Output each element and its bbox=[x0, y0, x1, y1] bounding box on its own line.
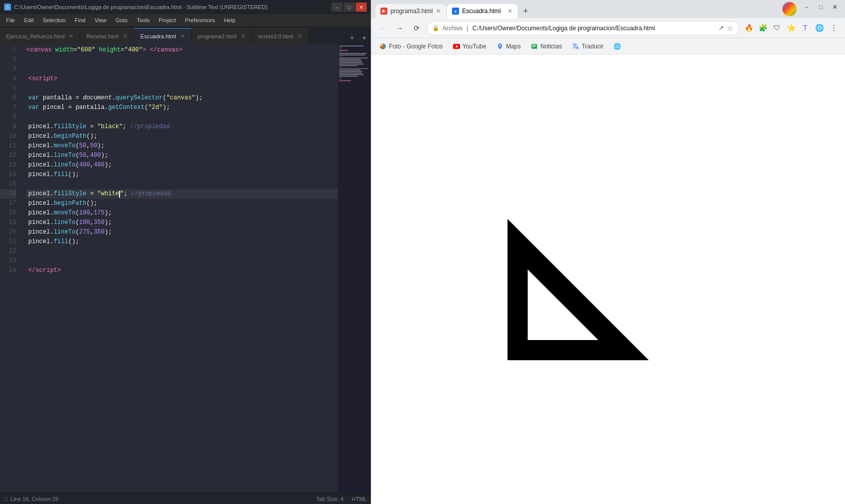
tab-escuadra[interactable]: Escuadra.html ✕ bbox=[134, 28, 191, 43]
app-icon: S bbox=[4, 4, 11, 11]
tab-programa3[interactable]: programa3.html ✕ bbox=[192, 28, 252, 43]
menu-goto[interactable]: Goto bbox=[111, 16, 132, 24]
chrome-tab-label: programa3.html bbox=[390, 8, 433, 15]
chrome-tabs: programa3.html ✕ e Escuadra.html ✕ + bbox=[375, 0, 533, 18]
tab-recetas[interactable]: Recetas.html ✕ bbox=[80, 28, 134, 43]
noticias-icon bbox=[531, 43, 538, 50]
status-line-col: Line 16, Column 26 bbox=[11, 496, 59, 502]
menu-help[interactable]: Help bbox=[220, 16, 240, 24]
chrome-profile-avatar[interactable] bbox=[782, 2, 797, 16]
status-bar: □ Line 16, Column 26 Tab Size: 4 HTML bbox=[0, 493, 371, 504]
bookmark-globe[interactable]: 🌐 bbox=[609, 40, 625, 52]
menu-file[interactable]: File bbox=[2, 16, 19, 24]
address-bar[interactable]: 🔒 Archivo | C:/Users/Owner/Documents/Log… bbox=[427, 21, 739, 35]
chrome-menu-button[interactable]: ⋮ bbox=[827, 21, 841, 35]
tab-close-active-icon[interactable]: ✕ bbox=[180, 33, 185, 40]
globe-icon-button[interactable]: 🌐 bbox=[813, 21, 826, 34]
menu-selection[interactable]: Selection bbox=[39, 16, 70, 24]
code-line-2 bbox=[26, 55, 338, 65]
shield-button[interactable]: 🛡 bbox=[770, 21, 783, 34]
address-text: C:/Users/Owner/Documents/Logiga de progr… bbox=[472, 25, 715, 32]
editor-area[interactable]: 12345 678910 1112131415 16 1718192021 22… bbox=[0, 43, 371, 493]
chrome-minimize-button[interactable]: – bbox=[801, 2, 813, 12]
tab-close-icon[interactable]: ✕ bbox=[297, 33, 302, 40]
chrome-title-bar: programa3.html ✕ e Escuadra.html ✕ + – □… bbox=[371, 0, 845, 18]
bookmark-youtube[interactable]: YouTube bbox=[449, 40, 490, 52]
code-line-4: <script> bbox=[26, 74, 338, 84]
back-button[interactable]: ← bbox=[375, 21, 389, 35]
code-line-8 bbox=[26, 113, 338, 122]
menu-preferences[interactable]: Preferences bbox=[181, 16, 219, 24]
firefox-ext-button[interactable]: 🔥 bbox=[742, 21, 755, 34]
menu-find[interactable]: Find bbox=[71, 16, 89, 24]
code-line-3 bbox=[26, 65, 338, 74]
menu-view[interactable]: View bbox=[90, 16, 110, 24]
code-line-10: pincel . beginPath (); bbox=[26, 132, 338, 141]
address-protocol: Archivo bbox=[442, 25, 463, 32]
code-line-24: </script> bbox=[26, 266, 338, 275]
code-line-23 bbox=[26, 256, 338, 266]
svg-rect-5 bbox=[532, 45, 536, 45]
bookmark-button[interactable]: ⭐ bbox=[784, 21, 798, 34]
code-line-7: var pincel = pantalla . getContext ( "2d… bbox=[26, 103, 338, 113]
bookmark-star-icon[interactable]: ☆ bbox=[727, 24, 734, 32]
chrome-close-button[interactable]: ✕ bbox=[829, 2, 841, 12]
status-tab-size: Tab Size: 4 bbox=[316, 496, 344, 502]
chrome-new-tab-button[interactable]: + bbox=[519, 4, 533, 18]
chrome-tab-close-active-icon[interactable]: ✕ bbox=[508, 8, 513, 15]
tab-ecreto3[interactable]: ecreto3.0.html ✕ bbox=[252, 28, 309, 43]
globe-bookmark-icon: 🌐 bbox=[613, 43, 621, 50]
bookmark-label: Maps bbox=[506, 43, 521, 50]
close-button[interactable]: ✕ bbox=[356, 3, 367, 12]
tab-label: Recetas.html bbox=[86, 33, 119, 39]
chrome-tab-close-icon[interactable]: ✕ bbox=[436, 8, 441, 15]
bookmark-label: Traducir bbox=[582, 43, 604, 50]
bookmark-google-fotos[interactable]: Foto - Google Fotos bbox=[375, 40, 447, 52]
reload-button[interactable]: ⟳ bbox=[410, 21, 424, 35]
chrome-tab-programa3[interactable]: programa3.html ✕ bbox=[375, 4, 446, 18]
tab-close-icon[interactable]: ✕ bbox=[69, 33, 74, 40]
google-photos-icon bbox=[379, 43, 386, 50]
menu-tools[interactable]: Tools bbox=[133, 16, 154, 24]
code-editor[interactable]: <canvas width="600" height="400" > </can… bbox=[20, 43, 338, 493]
sublime-editor: S C:\Users\Owner\Documents\Logiga de pro… bbox=[0, 0, 371, 504]
window-title: C:\Users\Owner\Documents\Logiga de progr… bbox=[14, 4, 267, 10]
menu-project[interactable]: Project bbox=[155, 16, 180, 24]
bookmark-traducir[interactable]: Traducir bbox=[568, 40, 608, 52]
youtube-icon bbox=[453, 43, 460, 50]
bookmark-maps[interactable]: Maps bbox=[492, 40, 525, 52]
tab-label: programa3.html bbox=[198, 33, 237, 39]
tab-close-icon[interactable]: ✕ bbox=[241, 33, 246, 40]
chrome-tab-favicon bbox=[380, 8, 387, 15]
translate-ext-button[interactable]: T bbox=[799, 21, 812, 34]
escuadra-svg bbox=[487, 184, 729, 375]
code-line-12: pincel . lineTo ( 50 , 400 ); bbox=[26, 151, 338, 160]
bookmark-noticias[interactable]: Noticias bbox=[527, 40, 566, 52]
code-line-6: var pantalla = document . querySelector … bbox=[26, 93, 338, 103]
canvas-render bbox=[371, 54, 845, 504]
code-line-18: pincel . moveTo ( 100 , 175 ); bbox=[26, 208, 338, 218]
menu-edit[interactable]: Edit bbox=[20, 16, 38, 24]
code-line-22 bbox=[26, 247, 338, 256]
code-line-21: pincel . fill (); bbox=[26, 237, 338, 247]
extensions-button[interactable]: 🧩 bbox=[756, 21, 769, 34]
tab-ejercicio[interactable]: Ejercicio_Refuerzo.html ✕ bbox=[0, 28, 80, 43]
chrome-toolbar-actions: 🔥 🧩 🛡 ⭐ T 🌐 ⋮ bbox=[742, 21, 841, 35]
window-controls: – □ ✕ bbox=[331, 3, 367, 12]
tab-close-icon[interactable]: ✕ bbox=[123, 33, 128, 40]
translate-icon bbox=[572, 43, 579, 50]
minimize-button[interactable]: – bbox=[331, 3, 343, 12]
chrome-maximize-button[interactable]: □ bbox=[815, 2, 827, 12]
tab-dropdown-button[interactable]: ▼ bbox=[360, 32, 369, 43]
bookmarks-bar: Foto - Google Fotos YouTube Maps bbox=[371, 38, 845, 54]
new-tab-button[interactable]: + bbox=[347, 32, 358, 43]
bookmark-label: Foto - Google Fotos bbox=[389, 43, 443, 50]
tab-label: Escuadra.html bbox=[140, 33, 176, 39]
forward-button[interactable]: → bbox=[392, 21, 407, 35]
code-line-20: pincel . lineTo ( 275 , 350 ); bbox=[26, 228, 338, 237]
code-line-19: pincel . lineTo ( 100 , 350 ); bbox=[26, 218, 338, 228]
chrome-tab-escuadra[interactable]: e Escuadra.html ✕ bbox=[447, 4, 518, 18]
chrome-tab-favicon-active: e bbox=[452, 8, 459, 15]
maximize-button[interactable]: □ bbox=[344, 3, 355, 12]
svg-rect-6 bbox=[532, 46, 535, 46]
